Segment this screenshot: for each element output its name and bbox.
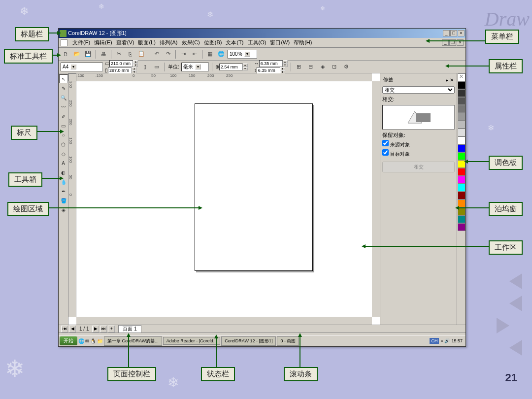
task-item[interactable]: Adobe Reader - [Coreld... [163, 337, 221, 345]
color-swatch[interactable] [458, 129, 466, 136]
source-checkbox[interactable]: 来源对象 [382, 140, 455, 148]
color-swatch[interactable] [458, 152, 466, 160]
open-icon[interactable]: 📂 [72, 49, 82, 59]
apply-shaping-button[interactable]: 相交 [382, 162, 455, 172]
freehand-tool-icon[interactable]: 〰 [59, 102, 68, 111]
unit-combo[interactable]: 毫米▾ [181, 63, 209, 71]
color-swatch[interactable] [458, 136, 466, 144]
interactive-fill-icon[interactable]: ◈ [59, 205, 68, 214]
color-swatch[interactable] [458, 176, 466, 184]
snap-grid-icon[interactable]: ⊞ [294, 62, 304, 72]
color-swatch[interactable] [458, 192, 466, 200]
color-swatch[interactable] [458, 144, 466, 152]
paper-size-combo[interactable]: A4▾ [61, 63, 103, 71]
print-icon[interactable]: 🖶 [99, 49, 108, 59]
portrait-icon[interactable]: ▯ [140, 62, 150, 72]
color-swatch[interactable] [458, 113, 466, 121]
nav-prev-icon[interactable] [509, 273, 522, 289]
zoom-tool-icon[interactable]: 🔍 [59, 93, 68, 102]
add-page-button[interactable]: + [108, 326, 115, 332]
ruler-origin[interactable] [68, 73, 76, 81]
pick-tool-icon[interactable]: ↖ [59, 74, 68, 83]
menu-help[interactable]: 帮助(H) [292, 38, 314, 47]
shape-tool-icon[interactable]: ✎ [59, 84, 68, 93]
nudge-input[interactable]: ⊕▴▾ [215, 64, 248, 70]
paste-icon[interactable]: 📋 [136, 49, 146, 59]
title-bar[interactable]: CorelDRAW 12 - [图形1] _ □ × [59, 29, 466, 38]
vertical-scrollbar[interactable] [372, 81, 380, 317]
redo-icon[interactable]: ↷ [163, 49, 173, 59]
tray-icon[interactable]: 🔊 [444, 338, 450, 343]
app-launcher-icon[interactable]: ▦ [205, 49, 215, 59]
rectangle-tool-icon[interactable]: ▭ [59, 121, 68, 130]
task-item[interactable]: CorelDRAW 12 - [图形1] [221, 336, 276, 346]
color-swatch[interactable] [458, 81, 466, 89]
import-icon[interactable]: ⇥ [178, 49, 188, 59]
ie-icon[interactable]: 🌐 [78, 338, 84, 344]
first-page-button[interactable]: ⏮ [61, 326, 68, 332]
undo-icon[interactable]: ↶ [152, 49, 162, 59]
color-swatch[interactable] [458, 215, 466, 223]
dup-y-input[interactable]: ↕▴▾ [254, 67, 288, 74]
menu-bitmap[interactable]: 位图(B) [202, 38, 224, 47]
start-button[interactable]: 开始 [60, 336, 77, 345]
menu-effects[interactable]: 效果(C) [180, 38, 202, 47]
blend-tool-icon[interactable]: ◐ [59, 168, 68, 177]
horizontal-scrollbar[interactable] [76, 317, 372, 325]
zoom-combo[interactable]: 100%▾ [228, 50, 257, 59]
drawing-viewport[interactable] [76, 81, 372, 317]
color-swatch[interactable] [458, 121, 466, 129]
horizontal-ruler[interactable]: -100-150050100150200250 [76, 73, 372, 81]
close-button[interactable]: × [458, 30, 465, 36]
menu-edit[interactable]: 编辑(E) [92, 38, 114, 47]
fill-tool-icon[interactable]: 🪣 [59, 196, 68, 205]
lang-indicator[interactable]: CH [430, 338, 439, 344]
cut-icon[interactable]: ✂ [114, 49, 124, 59]
menu-layout[interactable]: 版面(L) [136, 38, 157, 47]
page-height-input[interactable]: ▯▴▾ [105, 67, 138, 74]
menu-window[interactable]: 窗口(W) [268, 38, 292, 47]
menu-tools[interactable]: 工具(O) [246, 38, 268, 47]
minimize-button[interactable]: _ [443, 30, 450, 36]
vertical-ruler[interactable]: 300250200150100500 [68, 81, 76, 317]
color-swatch[interactable] [458, 223, 466, 231]
shaping-mode-select[interactable]: 相交 [382, 86, 455, 94]
nav-next-icon[interactable] [497, 318, 509, 333]
outline-tool-icon[interactable]: ✒ [59, 187, 68, 196]
new-icon[interactable]: 🗋 [61, 49, 70, 59]
color-swatch[interactable] [458, 168, 466, 176]
text-tool-icon[interactable]: A [59, 159, 68, 167]
drawing-page[interactable] [195, 103, 313, 271]
page-width-input[interactable]: ▭▴▾ [105, 60, 138, 67]
basic-shapes-icon[interactable]: ◇ [59, 149, 68, 158]
tray-icon[interactable]: « [440, 338, 443, 343]
options-icon[interactable]: ⚙ [341, 62, 351, 72]
polygon-tool-icon[interactable]: ⬠ [59, 140, 68, 149]
nav-back-icon[interactable] [509, 296, 522, 311]
mail-icon[interactable]: ✉ [85, 338, 89, 344]
task-item[interactable]: 0 - 画图 [277, 336, 299, 346]
nav-last-icon[interactable] [509, 340, 522, 356]
color-swatch[interactable] [458, 97, 466, 105]
save-icon[interactable]: 💾 [83, 49, 93, 59]
dup-x-input[interactable]: ↔▴▾ [254, 60, 288, 67]
menu-view[interactable]: 查看(V) [114, 38, 136, 47]
maximize-button[interactable]: □ [450, 30, 457, 36]
page-tab[interactable]: 页面 1 [118, 325, 141, 333]
copy-icon[interactable]: ⎘ [125, 49, 135, 59]
snap-guide-icon[interactable]: ⊟ [306, 62, 316, 72]
prev-page-button[interactable]: ◀ [69, 326, 76, 332]
task-item[interactable]: 第一章 CorelDRAW的基... [104, 336, 162, 346]
menu-file[interactable]: 文件(F) [70, 38, 92, 47]
qq-icon[interactable]: 🐧 [90, 338, 96, 344]
target-checkbox[interactable]: 目标对象 [382, 149, 455, 158]
explorer-icon[interactable]: 📁 [97, 338, 103, 344]
menu-arrange[interactable]: 排列(A) [158, 38, 180, 47]
color-swatch[interactable] [458, 184, 466, 192]
landscape-icon[interactable]: ▭ [152, 62, 162, 72]
color-swatch[interactable] [458, 73, 466, 81]
dynamic-guide-icon[interactable]: ⊡ [330, 62, 339, 72]
corel-online-icon[interactable]: 🌐 [216, 49, 226, 59]
export-icon[interactable]: ⇤ [190, 49, 200, 59]
menu-text[interactable]: 文本(T) [224, 38, 245, 47]
